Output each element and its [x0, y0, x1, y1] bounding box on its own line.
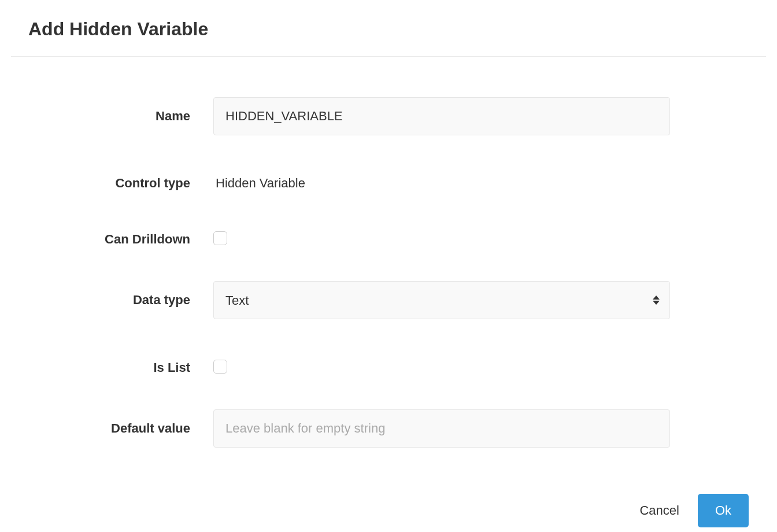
dialog-title: Add Hidden Variable — [28, 19, 749, 40]
default-value-label: Default value — [28, 421, 213, 436]
add-hidden-variable-dialog: Add Hidden Variable Name Control type Hi… — [11, 0, 766, 532]
control-type-value: Hidden Variable — [213, 176, 305, 190]
default-value-input[interactable] — [213, 409, 670, 448]
control-type-label: Control type — [28, 176, 213, 191]
default-value-control-wrap — [213, 409, 670, 448]
is-list-checkbox[interactable] — [213, 360, 227, 374]
ok-button[interactable]: Ok — [698, 494, 749, 527]
data-type-select[interactable]: Text — [213, 281, 670, 319]
data-type-control-wrap: Text — [213, 281, 670, 319]
is-list-control-wrap — [213, 360, 670, 376]
form-row-can-drilldown: Can Drilldown — [28, 231, 749, 247]
form-row-is-list: Is List — [28, 360, 749, 376]
form-row-name: Name — [28, 97, 749, 135]
can-drilldown-label: Can Drilldown — [28, 232, 213, 247]
dialog-body: Name Control type Hidden Variable Can Dr… — [11, 57, 766, 488]
is-list-label: Is List — [28, 360, 213, 375]
control-type-value-wrap: Hidden Variable — [213, 176, 670, 191]
form-row-default-value: Default value — [28, 409, 749, 448]
dialog-header: Add Hidden Variable — [11, 0, 766, 57]
can-drilldown-checkbox[interactable] — [213, 231, 227, 245]
name-input[interactable] — [213, 97, 670, 135]
can-drilldown-control-wrap — [213, 231, 670, 247]
data-type-label: Data type — [28, 293, 213, 308]
form-row-data-type: Data type Text — [28, 281, 749, 319]
dialog-footer: Cancel Ok — [11, 488, 766, 532]
cancel-button[interactable]: Cancel — [637, 498, 681, 523]
data-type-select-wrap: Text — [213, 281, 670, 319]
name-control-wrap — [213, 97, 670, 135]
name-label: Name — [28, 109, 213, 124]
form-row-control-type: Control type Hidden Variable — [28, 176, 749, 191]
